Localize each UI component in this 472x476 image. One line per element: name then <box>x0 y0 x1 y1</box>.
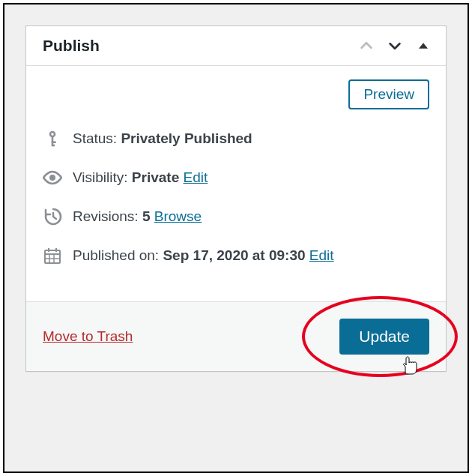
status-text: Status: Privately Published <box>73 130 252 147</box>
preview-row: Preview <box>43 79 429 109</box>
visibility-edit-link[interactable]: Edit <box>184 169 208 185</box>
history-icon <box>43 207 62 226</box>
status-row: Status: Privately Published <box>43 129 429 148</box>
svg-rect-4 <box>52 145 55 147</box>
revisions-count: 5 <box>142 208 151 224</box>
revisions-text: Revisions: 5 Browse <box>73 208 202 225</box>
published-value: Sep 17, 2020 at 09:30 <box>163 247 305 263</box>
published-text: Published on: Sep 17, 2020 at 09:30 Edit <box>73 247 334 264</box>
revisions-label: Revisions: <box>73 208 139 224</box>
metabox-body: Preview Status: Privately Published Visi… <box>26 66 446 301</box>
visibility-row: Visibility: Private Edit <box>43 168 429 187</box>
screenshot-frame: Publish Preview <box>3 3 469 473</box>
eye-icon <box>43 168 62 187</box>
cursor-pointer-icon <box>402 356 419 376</box>
update-button[interactable]: Update <box>339 319 429 355</box>
svg-rect-6 <box>45 250 60 263</box>
collapse-toggle-icon[interactable] <box>414 37 432 55</box>
move-down-icon[interactable] <box>386 37 404 55</box>
visibility-label: Visibility: <box>73 169 128 185</box>
svg-rect-2 <box>52 136 54 145</box>
metabox-footer: Move to Trash Update <box>26 301 446 371</box>
published-row: Published on: Sep 17, 2020 at 09:30 Edit <box>43 246 429 265</box>
visibility-value: Private <box>132 169 179 185</box>
move-up-icon[interactable] <box>357 37 375 55</box>
header-controls <box>357 37 432 55</box>
revisions-browse-link[interactable]: Browse <box>154 208 202 224</box>
published-edit-link[interactable]: Edit <box>309 247 334 263</box>
svg-point-1 <box>51 133 53 135</box>
published-label: Published on: <box>73 247 159 263</box>
status-label: Status: <box>73 130 117 146</box>
visibility-text: Visibility: Private Edit <box>73 169 208 186</box>
status-value: Privately Published <box>121 130 252 146</box>
panel-title: Publish <box>43 37 100 55</box>
preview-button[interactable]: Preview <box>348 79 429 109</box>
move-to-trash-link[interactable]: Move to Trash <box>43 328 133 345</box>
calendar-icon <box>43 246 62 265</box>
revisions-row: Revisions: 5 Browse <box>43 207 429 226</box>
svg-point-5 <box>49 175 55 181</box>
svg-rect-3 <box>52 141 56 143</box>
metabox-header: Publish <box>26 26 446 66</box>
publish-metabox: Publish Preview <box>25 25 447 372</box>
key-icon <box>43 129 62 148</box>
